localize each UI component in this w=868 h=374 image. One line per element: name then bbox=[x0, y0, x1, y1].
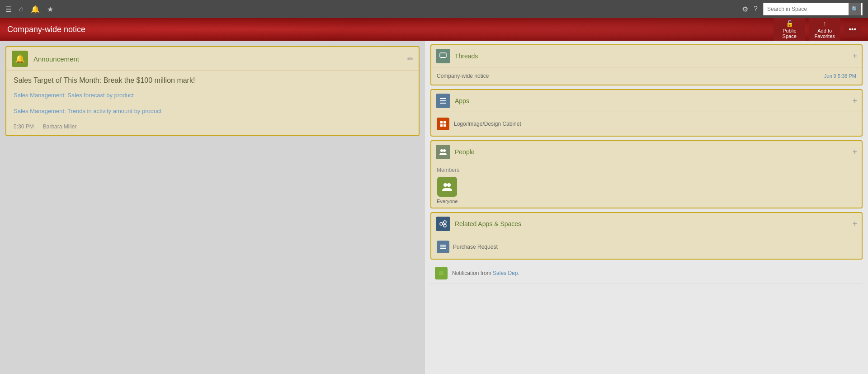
search-box: 🔍 bbox=[763, 3, 863, 15]
main-content: 🔔 Announcement ✏ Sales Target of This Mo… bbox=[0, 41, 868, 374]
settings-icon[interactable]: ⚙ bbox=[742, 5, 748, 14]
svg-rect-2 bbox=[440, 100, 446, 101]
top-nav: ☰ ⌂ 🔔 ★ ⚙ ? 🔍 bbox=[0, 0, 868, 18]
apps-icon bbox=[436, 94, 450, 108]
add-fav-icon: ↑ bbox=[823, 20, 826, 27]
announcement-link2[interactable]: Sales Management: Trends in activity amo… bbox=[14, 108, 411, 114]
announcement-bell-icon: 🔔 bbox=[12, 51, 28, 67]
menu-icon[interactable]: ☰ bbox=[5, 5, 12, 14]
apps-card-header: Apps + bbox=[431, 90, 862, 112]
announcement-author: Barbara Miller bbox=[43, 123, 77, 130]
add-favorites-button[interactable]: ↑ Add to Favorites bbox=[809, 18, 840, 41]
svg-rect-4 bbox=[440, 121, 443, 123]
svg-line-16 bbox=[443, 225, 443, 226]
notification-item[interactable]: Notification from Sales Dep. bbox=[430, 263, 863, 284]
svg-point-12 bbox=[440, 223, 443, 225]
help-icon[interactable]: ? bbox=[754, 5, 758, 13]
space-header-actions: 🔓 Public Space ↑ Add to Favorites ••• bbox=[774, 18, 861, 41]
search-input[interactable] bbox=[767, 6, 849, 12]
announcement-footer: 5:30 PM Barbara Miller bbox=[14, 123, 411, 130]
space-title: Company-wide notice bbox=[7, 25, 85, 34]
svg-rect-7 bbox=[443, 124, 446, 127]
threads-card-header: Threads + bbox=[431, 45, 862, 67]
search-button[interactable]: 🔍 bbox=[849, 3, 861, 15]
svg-point-9 bbox=[443, 149, 446, 152]
announcement-header: 🔔 Announcement ✏ bbox=[6, 47, 419, 71]
svg-rect-17 bbox=[440, 245, 446, 246]
notification-source: Sales Dep. bbox=[493, 270, 519, 276]
public-label: Public Space bbox=[783, 28, 797, 39]
announcement-body: Sales Target of This Month: Break the $1… bbox=[6, 71, 419, 135]
threads-item-time: Jun 9 5:38 PM bbox=[824, 73, 856, 79]
related-add-button[interactable]: + bbox=[852, 219, 857, 229]
add-fav-label: Add to Favorites bbox=[815, 28, 835, 39]
public-space-button[interactable]: 🔓 Public Space bbox=[774, 18, 805, 41]
apps-body: Logo/Image/Design Cabinet bbox=[431, 112, 862, 136]
svg-rect-3 bbox=[440, 103, 446, 104]
related-item-icon bbox=[437, 241, 449, 253]
notification-icon[interactable]: 🔔 bbox=[31, 5, 40, 14]
more-options-button[interactable]: ••• bbox=[844, 23, 861, 36]
related-body: Purchase Request bbox=[431, 235, 862, 259]
svg-rect-21 bbox=[439, 271, 443, 275]
people-title: People bbox=[455, 148, 848, 156]
favorites-icon[interactable]: ★ bbox=[47, 5, 53, 14]
threads-add-button[interactable]: + bbox=[852, 52, 857, 61]
svg-rect-1 bbox=[440, 98, 446, 99]
svg-point-13 bbox=[443, 221, 446, 223]
announcement-link1[interactable]: Sales Management: Sales forecast by prod… bbox=[14, 92, 411, 99]
related-card-header: Related Apps & Spaces + bbox=[431, 213, 862, 235]
app-item-name: Logo/Image/Design Cabinet bbox=[454, 121, 521, 127]
related-apps-card: Related Apps & Spaces + Purchase Request bbox=[430, 212, 863, 260]
people-icon bbox=[436, 145, 450, 159]
people-card: People + Members Everyone bbox=[430, 140, 863, 208]
announcement-title: Announcement bbox=[33, 55, 79, 63]
app-item-icon bbox=[437, 118, 449, 130]
announcement-card: 🔔 Announcement ✏ Sales Target of This Mo… bbox=[5, 46, 420, 136]
threads-title: Threads bbox=[455, 52, 848, 60]
svg-point-14 bbox=[443, 224, 446, 227]
apps-title: Apps bbox=[455, 97, 848, 104]
svg-rect-19 bbox=[440, 248, 446, 249]
members-label: Members bbox=[437, 167, 856, 173]
apps-card: Apps + Logo/Image/Design Cabinet bbox=[430, 89, 863, 137]
threads-body: Company-wide notice Jun 9 5:38 PM bbox=[431, 67, 862, 85]
svg-rect-6 bbox=[440, 124, 443, 127]
space-header: Company-wide notice 🔓 Public Space ↑ Add… bbox=[0, 18, 868, 41]
announcement-time: 5:30 PM bbox=[14, 123, 34, 130]
threads-icon bbox=[436, 49, 450, 63]
svg-rect-5 bbox=[443, 121, 446, 123]
related-item[interactable]: Purchase Request bbox=[437, 239, 856, 255]
right-panel: Threads + Company-wide notice Jun 9 5:38… bbox=[425, 41, 868, 374]
related-icon bbox=[436, 217, 450, 231]
svg-point-8 bbox=[440, 149, 443, 152]
svg-rect-18 bbox=[440, 246, 446, 247]
notification-text: Notification from Sales Dep. bbox=[452, 270, 519, 276]
everyone-icon bbox=[437, 177, 457, 197]
announcement-main-title: Sales Target of This Month: Break the $1… bbox=[14, 76, 411, 85]
home-icon[interactable]: ⌂ bbox=[19, 5, 24, 13]
svg-point-11 bbox=[447, 183, 451, 187]
left-panel: 🔔 Announcement ✏ Sales Target of This Mo… bbox=[0, 41, 425, 374]
apps-add-button[interactable]: + bbox=[852, 96, 857, 106]
threads-item: Company-wide notice Jun 9 5:38 PM bbox=[437, 71, 856, 81]
svg-point-10 bbox=[443, 183, 447, 187]
edit-icon[interactable]: ✏ bbox=[407, 55, 413, 63]
related-item-name: Purchase Request bbox=[453, 244, 498, 250]
related-title: Related Apps & Spaces bbox=[455, 220, 848, 227]
svg-line-15 bbox=[443, 223, 443, 223]
app-item[interactable]: Logo/Image/Design Cabinet bbox=[437, 116, 856, 132]
people-body: Members Everyone bbox=[431, 163, 862, 208]
people-groups: Everyone bbox=[437, 177, 856, 204]
top-nav-left: ☰ ⌂ 🔔 ★ bbox=[5, 5, 53, 14]
svg-rect-0 bbox=[440, 53, 446, 57]
everyone-label: Everyone bbox=[437, 199, 458, 204]
threads-card: Threads + Company-wide notice Jun 9 5:38… bbox=[430, 44, 863, 85]
people-add-button[interactable]: + bbox=[852, 147, 857, 157]
public-icon: 🔓 bbox=[786, 20, 793, 27]
people-card-header: People + bbox=[431, 141, 862, 163]
threads-item-text[interactable]: Company-wide notice bbox=[437, 73, 489, 79]
people-group-everyone[interactable]: Everyone bbox=[437, 177, 458, 204]
top-nav-right: ⚙ ? 🔍 bbox=[742, 3, 863, 15]
notification-icon-bg bbox=[435, 267, 448, 279]
